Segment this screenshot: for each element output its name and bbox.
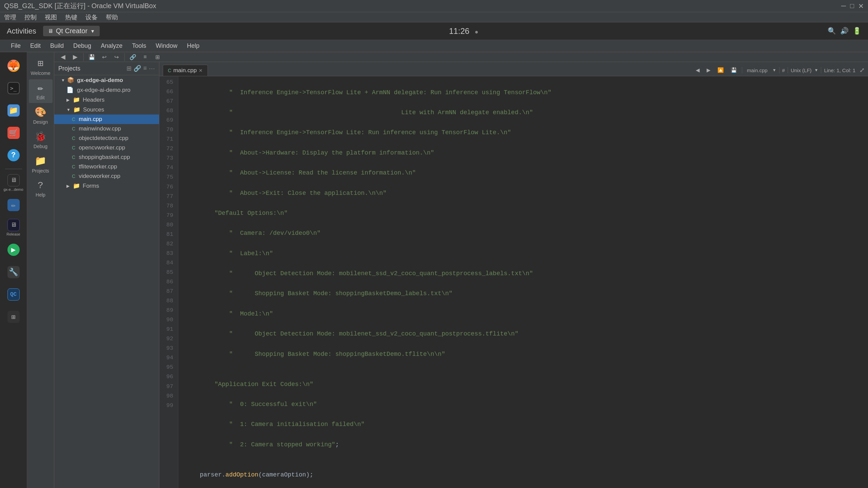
sys-menu-view[interactable]: 视图: [45, 13, 57, 21]
editor-area: C main.cpp ✕ ◀ ▶ 🔼 💾 main.cpp ▼: [159, 62, 868, 488]
window-controls[interactable]: ─ □ ✕: [841, 2, 864, 10]
tree-objectdetection-cpp[interactable]: C objectdetection.cpp: [54, 134, 159, 143]
clock-area: 11:26 ●: [100, 26, 828, 36]
dock-editor[interactable]: ✏: [3, 195, 24, 215]
forms-icon: 📁: [73, 182, 80, 189]
close-button[interactable]: ✕: [858, 2, 864, 10]
ln-67: 67: [162, 97, 173, 106]
undo-btn[interactable]: ↩: [99, 52, 110, 62]
encoding-label: Unix (LF): [791, 67, 812, 73]
panel-welcome-btn[interactable]: ⊞ Welcome: [29, 55, 53, 79]
dock-files[interactable]: 📁: [3, 100, 24, 121]
editor-tab-main-cpp[interactable]: C main.cpp ✕: [163, 65, 208, 76]
panel-design-btn[interactable]: 🎨 Design: [29, 104, 53, 127]
menu-analyze[interactable]: Analyze: [97, 41, 126, 51]
app-switcher[interactable]: 🖥 Qt Creator ▼: [43, 26, 100, 36]
minimize-button[interactable]: ─: [841, 2, 846, 10]
panel-debug-btn[interactable]: 🐞 Debug: [29, 128, 53, 152]
dock-build[interactable]: 🔧: [3, 262, 24, 282]
tree-collapse-icon[interactable]: ≡: [143, 65, 147, 72]
tree-opencvworker-cpp[interactable]: C opencvworker.cpp: [54, 143, 159, 152]
redo-btn[interactable]: ↪: [111, 52, 122, 62]
dock-terminal[interactable]: >_: [3, 78, 24, 98]
sys-menu-hotkey[interactable]: 热键: [65, 13, 77, 21]
dock-qt-demo[interactable]: 🖥 gx-e...demo: [3, 172, 24, 193]
ln-70: 70: [162, 125, 173, 135]
headers-icon: 📁: [73, 96, 80, 103]
code-line-65: " Inference Engine->TensorFlow Lite + Ar…: [185, 88, 861, 98]
toolbar-up-btn[interactable]: 🔼: [715, 66, 726, 74]
panel-help-btn[interactable]: ? Help: [29, 177, 53, 201]
editor-tabs: C main.cpp ✕ ◀ ▶ 🔼 💾 main.cpp ▼: [159, 62, 868, 76]
toolbar-fwd-btn[interactable]: ▶: [705, 66, 713, 74]
mw-icon: C: [72, 126, 75, 131]
menu-window[interactable]: Window: [152, 41, 181, 51]
tree-sync-icon[interactable]: 🔗: [134, 65, 141, 72]
dock-release[interactable]: 🖥 Release: [3, 217, 24, 238]
forward-btn[interactable]: ▶: [70, 52, 81, 62]
sys-menu-help[interactable]: 帮助: [106, 13, 118, 21]
tree-pro-file[interactable]: 📄 gx-edge-ai-demo.pro: [54, 85, 159, 95]
tree-tfliteworker-cpp[interactable]: C tfliteworker.cpp: [54, 162, 159, 171]
tab-arrow[interactable]: ▼: [772, 68, 776, 73]
code-line-81: " 0: Successful exit\n": [185, 400, 861, 410]
ln-73: 73: [162, 154, 173, 163]
tab-close-btn[interactable]: ✕: [199, 68, 203, 73]
menu-debug[interactable]: Debug: [69, 41, 95, 51]
activities-button[interactable]: Activities: [7, 27, 36, 36]
ln-97: 97: [162, 382, 173, 391]
clock-dot: ●: [475, 29, 478, 36]
tree-forms[interactable]: ▶ 📁 Forms: [54, 181, 159, 191]
back-btn[interactable]: ◀: [58, 52, 68, 62]
dock-run[interactable]: ▶: [3, 240, 24, 260]
expand-btn[interactable]: ⊞: [152, 52, 163, 62]
panel-edit-btn[interactable]: ✏ Edit: [29, 79, 53, 103]
dock-appstore[interactable]: 🛒: [3, 123, 24, 143]
expand2-btn[interactable]: ⤢: [860, 66, 865, 74]
toolbar-back-btn[interactable]: ◀: [694, 66, 702, 74]
tab-dropdown[interactable]: main.cpp: [745, 67, 770, 74]
ln-94: 94: [162, 353, 173, 363]
tree-headers[interactable]: ▶ 📁 Headers: [54, 95, 159, 105]
snap-btn[interactable]: 🔗: [127, 52, 138, 62]
tree-videoworker-cpp[interactable]: C videoworker.cpp: [54, 171, 159, 181]
dock-firefox[interactable]: 🦊: [3, 56, 24, 76]
tree-main-cpp[interactable]: C main.cpp: [54, 115, 159, 124]
ln-77: 77: [162, 192, 173, 201]
menu-help[interactable]: Help: [183, 41, 203, 51]
tree-sources[interactable]: ▼ 📁 Sources: [54, 105, 159, 115]
sources-arrow: ▼: [66, 107, 71, 112]
code-line-74: " Object Detection Mode: mobilenet_ssd_v…: [185, 269, 861, 279]
code-editor[interactable]: 65 66 67 68 69 70 71 72 73 74 75 76 77 7…: [159, 76, 868, 488]
vw-icon: C: [72, 174, 75, 179]
tree-more-icon[interactable]: ⋯: [149, 65, 155, 72]
menu-tools[interactable]: Tools: [128, 41, 150, 51]
dock-grid[interactable]: ⊞: [3, 307, 24, 327]
sys-menu-manage[interactable]: 管理: [4, 13, 16, 21]
gnome-dock: 🦊 >_ 📁 🛒 ? 🖥 gx-e..: [0, 52, 27, 488]
tree-shopping-cpp[interactable]: C shoppingbasket.cpp: [54, 152, 159, 162]
sys-menu-control[interactable]: 控制: [24, 13, 37, 21]
menu-file[interactable]: File: [7, 41, 25, 51]
encoding-arrow[interactable]: ▼: [814, 68, 818, 73]
toolbar-save2-btn[interactable]: 💾: [729, 66, 739, 74]
dock-help[interactable]: ?: [3, 145, 24, 165]
ln-84: 84: [162, 258, 173, 268]
hash-label: #: [782, 67, 785, 73]
tree-root[interactable]: ▼ 📦 gx-edge-ai-demo: [54, 75, 159, 85]
tree-filter-icon[interactable]: ⊞: [126, 65, 132, 72]
ln-91: 91: [162, 325, 173, 334]
tree-mainwindow-cpp[interactable]: C mainwindow.cpp: [54, 124, 159, 134]
tf-icon: C: [72, 164, 75, 169]
menu-build[interactable]: Build: [46, 41, 68, 51]
sys-menu-device[interactable]: 设备: [85, 13, 98, 21]
save-btn[interactable]: 💾: [86, 52, 97, 62]
tab-icon: C: [168, 68, 171, 73]
filter-btn[interactable]: ≡: [140, 52, 151, 62]
file-tree-header: Projects ⊞ 🔗 ≡ ⋯: [54, 62, 159, 75]
maximize-button[interactable]: □: [850, 2, 854, 10]
menu-edit[interactable]: Edit: [26, 41, 45, 51]
dock-qc[interactable]: QC: [3, 284, 24, 305]
code-content[interactable]: " Inference Engine->TensorFlow Lite + Ar…: [178, 76, 868, 488]
panel-projects-btn[interactable]: 📁 Projects: [29, 152, 53, 176]
